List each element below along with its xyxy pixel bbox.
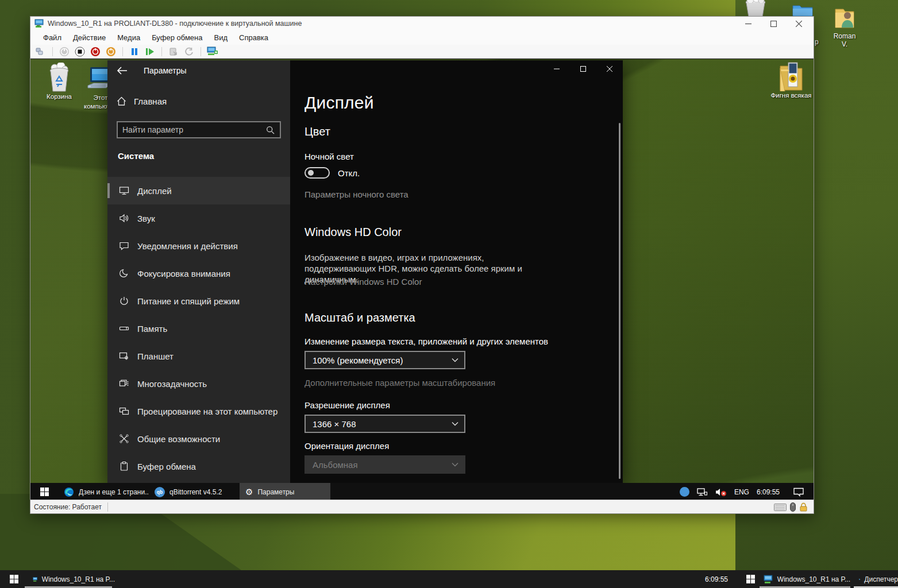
vm-window-title: Windows_10_R1 на PROLIANT-DL380 - подклю… [48, 20, 302, 28]
settings-window: Параметры Главная Система [107, 60, 623, 483]
pause-vm-button[interactable] [129, 46, 140, 57]
advanced-scaling-link[interactable]: Дополнительные параметры масштабирования [305, 378, 495, 388]
qbittorrent-tray-icon[interactable] [680, 487, 689, 497]
tablet-icon [119, 351, 129, 361]
network-tray-icon[interactable] [697, 488, 708, 497]
guest-junk-folder-label-line1: Фигня [770, 92, 789, 99]
host-clock[interactable]: 6:09:55 [692, 570, 728, 588]
night-light-toggle[interactable] [305, 167, 330, 179]
sidebar-item-focus-assist[interactable]: Фокусировка внимания [107, 260, 290, 287]
hdr-settings-link[interactable]: Настройки Windows HD Color [305, 277, 422, 287]
vm-task-icon [33, 575, 38, 584]
guest-task-label: Дзен и еще 1 страни... [79, 488, 149, 496]
turn-off-vm-button[interactable] [74, 46, 86, 57]
ctrl-alt-del-button[interactable] [35, 46, 47, 57]
guest-recycle-bin-label: Корзина [47, 93, 72, 100]
settings-app-title: Параметры [144, 66, 187, 75]
vm-close-button[interactable] [786, 17, 811, 30]
night-light-label: Ночной свет [305, 152, 354, 161]
vm-menu-bar: Файл Действие Медиа Буфер обмена Вид Спр… [30, 30, 814, 45]
menu-clipboard[interactable]: Буфер обмена [146, 31, 208, 44]
orientation-dropdown: Альбомная [305, 455, 465, 474]
host-blue-folder-icon[interactable] [792, 3, 815, 17]
menu-action[interactable]: Действие [67, 31, 111, 44]
guest-task-label: Параметры [257, 488, 294, 496]
guest-recycle-bin-icon[interactable]: Корзина [37, 63, 81, 101]
shut-down-vm-button[interactable] [90, 46, 101, 57]
menu-help[interactable]: Справка [233, 31, 274, 44]
sidebar-item-shared-experiences[interactable]: Общие возможности [107, 425, 290, 452]
sidebar-item-sound[interactable]: Звук [107, 204, 290, 232]
settings-close-button[interactable] [596, 60, 623, 78]
clipboard-icon [119, 461, 129, 471]
checkpoint-button-disabled [168, 46, 179, 57]
resolution-dropdown[interactable]: 1366 × 768 [305, 415, 465, 433]
menu-file[interactable]: Файл [37, 31, 67, 44]
sidebar-item-clipboard[interactable]: Буфер обмена [107, 452, 290, 480]
search-input[interactable] [118, 125, 266, 134]
menu-view[interactable]: Вид [208, 31, 233, 44]
shared-experiences-icon [119, 434, 129, 444]
settings-scrollbar[interactable] [619, 123, 620, 479]
volume-muted-icon[interactable] [715, 488, 727, 497]
host-user-folder-icon[interactable]: Roman V. [830, 6, 860, 48]
hdr-section-header: Windows HD Color [305, 226, 402, 239]
guest-junk-folder-icon[interactable]: Фигня всякая [769, 61, 813, 100]
sidebar-item-notifications[interactable]: Уведомления и действия [107, 232, 290, 260]
sound-icon [119, 213, 129, 223]
guest-junk-folder-label-line2: всякая [791, 92, 812, 99]
vm-title-bar[interactable]: Windows_10_R1 на PROLIANT-DL380 - подклю… [30, 17, 814, 30]
scale-label: Изменение размера текста, приложений и д… [305, 336, 548, 346]
menu-media[interactable]: Медиа [111, 31, 146, 44]
resolution-label: Разрешение дисплея [305, 400, 390, 410]
save-vm-state-button[interactable] [105, 46, 117, 57]
settings-home-label: Главная [134, 96, 167, 106]
guest-taskbar: Дзен и еще 1 страни... qb qBittorrent v4… [30, 483, 814, 501]
sidebar-item-display[interactable]: Дисплей [107, 177, 290, 204]
color-section-header: Цвет [305, 125, 330, 138]
notifications-icon [119, 241, 129, 251]
host-task-vmconnect[interactable]: Windows_10_R1 на P... [28, 570, 115, 588]
sidebar-item-tablet[interactable]: Планшет [107, 342, 290, 370]
vm-minimize-button[interactable] [735, 17, 761, 30]
host-task-taskmanager[interactable]: Диспетчер [854, 570, 898, 588]
settings-minimize-button[interactable] [544, 60, 570, 78]
sidebar-item-storage[interactable]: Память [107, 315, 290, 342]
back-icon[interactable] [117, 66, 128, 75]
settings-search-box[interactable] [117, 121, 281, 138]
settings-sidebar: Параметры Главная Система [107, 60, 290, 483]
sidebar-item-projecting[interactable]: Проецирование на этот компьютер [107, 397, 290, 425]
home-icon [117, 96, 126, 106]
enhanced-session-button[interactable] [207, 46, 218, 57]
search-icon[interactable] [266, 126, 280, 134]
host-start-button[interactable] [0, 570, 28, 588]
night-light-settings-link[interactable]: Параметры ночного света [305, 189, 408, 199]
guest-task-settings[interactable]: ⚙ Параметры [240, 483, 330, 501]
guest-start-button[interactable] [30, 483, 58, 501]
action-center-icon[interactable] [793, 487, 804, 497]
guest-clock[interactable]: 6:09:55 [757, 488, 780, 496]
projecting-icon [119, 406, 129, 416]
guest-task-edge[interactable]: Дзен и еще 1 страни... [58, 483, 149, 501]
resume-vm-button[interactable] [144, 46, 156, 57]
multitasking-icon [119, 378, 129, 389]
scale-dropdown[interactable]: 100% (рекомендуется) [305, 351, 465, 369]
vm-maximize-button[interactable] [761, 17, 786, 30]
sidebar-item-multitasking[interactable]: Многозадачность [107, 370, 290, 397]
edge-icon [64, 487, 74, 497]
chevron-down-icon [452, 421, 458, 426]
revert-button-disabled [183, 46, 195, 57]
qbittorrent-icon: qb [155, 487, 165, 497]
host-task-vmconnect-monitor2[interactable]: Windows_10_R1 на P... [758, 570, 850, 588]
sidebar-item-power-sleep[interactable]: Питание и спящий режим [107, 287, 290, 315]
settings-maximize-button[interactable] [570, 60, 596, 78]
language-indicator[interactable]: ENG [734, 488, 749, 496]
vm-connection-window: Windows_10_R1 на PROLIANT-DL380 - подклю… [30, 16, 814, 514]
start-vm-button-disabled [59, 46, 70, 57]
storage-icon [119, 323, 129, 334]
settings-home-item[interactable]: Главная [117, 96, 167, 106]
page-title: Дисплей [305, 93, 374, 113]
guest-task-qbittorrent[interactable]: qb qBittorrent v4.5.2 [149, 483, 240, 501]
chevron-down-icon [452, 462, 458, 467]
moon-icon [119, 268, 129, 278]
